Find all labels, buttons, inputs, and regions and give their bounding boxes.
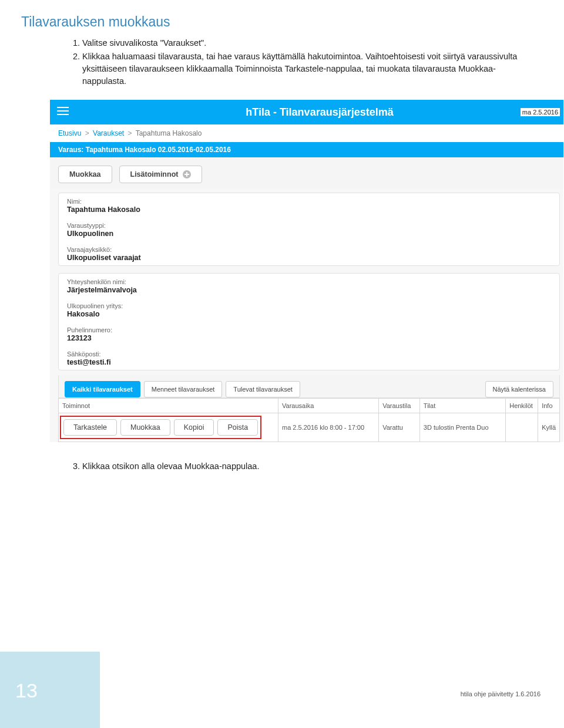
hamburger-icon [57, 107, 69, 117]
tab-menneet[interactable]: Menneet tilavaraukset [144, 381, 223, 397]
tyyppi-value: Ulkopuolinen [67, 230, 551, 238]
hamburger-button[interactable] [50, 100, 76, 124]
cell-varausaika: ma 2.5.2016 klo 8:00 - 17:00 [278, 413, 379, 442]
puh-value: 123123 [67, 334, 551, 342]
reservation-table-wrap: Toiminnot Varausaika Varaustila Tilat He… [58, 398, 560, 442]
yritys-value: Hakosalo [67, 310, 551, 318]
col-toiminnot: Toiminnot [59, 399, 278, 413]
cell-henkilot [506, 413, 538, 442]
step-3: Klikkaa otsikon alla olevaa Muokkaa-napp… [82, 461, 529, 471]
cell-tilat: 3D tulostin Prenta Duo [419, 413, 505, 442]
yritys-label: Ulkopuolinen yritys: [67, 302, 551, 309]
breadcrumb-current: Tapahtuma Hakosalo [136, 129, 202, 137]
breadcrumb-sep-2: > [126, 129, 134, 137]
reservation-title-bar: Varaus: Tapahtuma Hakosalo 02.05.2016-02… [50, 142, 563, 157]
cell-info: Kyllä [538, 413, 560, 442]
lisatoiminnot-button[interactable]: Lisätoiminnot [119, 166, 203, 183]
puh-label: Puhelinnumero: [67, 326, 551, 333]
col-tilat: Tilat [419, 399, 505, 413]
app-screenshot: hTila - Tilanvarausjärjestelmä ma 2.5.20… [49, 99, 564, 443]
yht-value: Järjestelmänvalvoja [67, 286, 551, 294]
nayta-kalenterissa-button[interactable]: Näytä kalenterissa [485, 381, 554, 397]
step-1: Valitse sivuvalikosta "Varaukset". [82, 37, 529, 49]
info-card-2: Yhteyshenkilön nimi: Järjestelmänvalvoja… [58, 273, 560, 370]
app-header: hTila - Tilanvarausjärjestelmä ma 2.5.20… [50, 100, 563, 124]
col-varausaika: Varausaika [278, 399, 379, 413]
breadcrumb: Etusivu > Varaukset > Tapahtuma Hakosalo [50, 124, 563, 142]
step-2: Klikkaa haluamaasi tilavarausta, tai hae… [82, 50, 529, 87]
yht-label: Yhteyshenkilön nimi: [67, 278, 551, 285]
col-henkilot: Henkilöt [506, 399, 538, 413]
instruction-list-cont: Klikkaa otsikon alla olevaa Muokkaa-napp… [0, 453, 564, 471]
svg-rect-0 [57, 107, 69, 108]
tabs-row: Kaikki tilavaraukset Menneet tilavarauks… [58, 375, 560, 398]
tab-tulevat[interactable]: Tulevat tilavaraukset [226, 381, 300, 397]
nimi-value: Tapahtuma Hakosalo [67, 205, 551, 214]
tab-kaikki[interactable]: Kaikki tilavaraukset [65, 381, 140, 397]
muokkaa-button[interactable]: Muokkaa [58, 166, 112, 183]
tyyppi-label: Varaustyyppi: [67, 222, 551, 229]
nimi-label: Nimi: [67, 198, 551, 205]
svg-rect-1 [57, 110, 69, 112]
plus-icon [183, 170, 191, 178]
section-title: Tilavarauksen muokkaus [0, 14, 564, 37]
breadcrumb-etusivu[interactable]: Etusivu [58, 129, 81, 137]
yksikko-label: Varaajayksikkö: [67, 246, 551, 253]
reservation-table: Toiminnot Varausaika Varaustila Tilat He… [58, 398, 560, 442]
action-toolbar: Muokkaa Lisätoiminnot [50, 157, 563, 189]
footer-updated: htila ohje päivitetty 1.6.2016 [461, 690, 540, 697]
svg-rect-2 [57, 114, 69, 115]
email-value: testi@testi.fi [67, 358, 551, 366]
tarkastele-button[interactable]: Tarkastele [63, 419, 117, 436]
info-card-1: Nimi: Tapahtuma Hakosalo Varaustyyppi: U… [58, 193, 560, 266]
row-tools-highlight: Tarkastele Muokkaa Kopioi Poista [60, 416, 261, 439]
poista-button[interactable]: Poista [217, 419, 258, 436]
app-date: ma 2.5.2016 [521, 108, 560, 116]
kopioi-button[interactable]: Kopioi [174, 419, 214, 436]
breadcrumb-varaukset[interactable]: Varaukset [93, 129, 124, 137]
col-varaustila: Varaustila [379, 399, 420, 413]
lisatoiminnot-label: Lisätoiminnot [130, 170, 179, 178]
page-number: 13 [15, 679, 38, 702]
col-info: Info [538, 399, 560, 413]
email-label: Sähköposti: [67, 350, 551, 358]
breadcrumb-sep-1: > [83, 129, 91, 137]
instruction-list: Valitse sivuvalikosta "Varaukset". Klikk… [0, 37, 564, 99]
cell-varaustila: Varattu [379, 413, 420, 442]
yksikko-value: Ulkopuoliset varaajat [67, 254, 551, 262]
table-row: Tarkastele Muokkaa Kopioi Poista ma 2.5.… [59, 413, 560, 442]
muokkaa-row-button[interactable]: Muokkaa [120, 419, 170, 436]
app-title: hTila - Tilanvarausjärjestelmä [76, 106, 563, 119]
